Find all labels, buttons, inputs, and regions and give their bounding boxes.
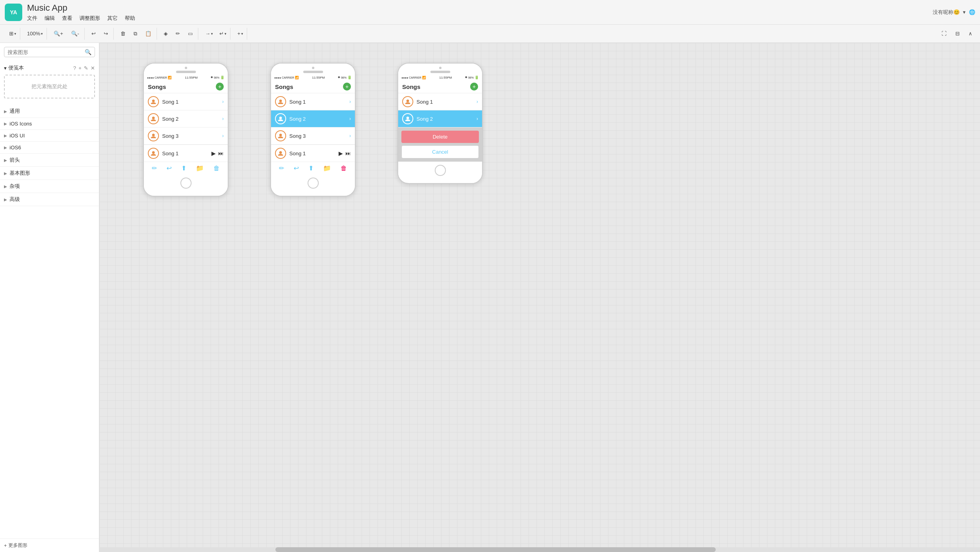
- share-icon-1[interactable]: ⬆: [181, 164, 186, 172]
- home-button-1[interactable]: [180, 178, 192, 189]
- sidebar-item-general[interactable]: ▶ 通用: [0, 105, 99, 118]
- wifi-icon-1: 📶: [168, 76, 172, 79]
- collapse-button[interactable]: ∧: [965, 28, 976, 40]
- song-name-3-1: Song 1: [416, 99, 473, 105]
- screen-title-3: Songs: [402, 83, 420, 90]
- edit-icon-1[interactable]: ✏: [152, 164, 157, 172]
- folder-icon-2[interactable]: 📁: [323, 164, 331, 172]
- share-icon-2[interactable]: ⬆: [308, 164, 314, 172]
- sidebar-item-ios-icons[interactable]: ▶ iOS Icons: [0, 118, 99, 130]
- panel-toggle-button[interactable]: ⊞ ▾: [6, 28, 18, 40]
- menu-arrange[interactable]: 调整图形: [79, 15, 100, 22]
- ff-button-1[interactable]: ⏭: [218, 150, 224, 156]
- undo-icon-2[interactable]: ↩: [294, 164, 299, 172]
- category-label-arrows: 箭头: [10, 156, 20, 164]
- sidebar-item-misc[interactable]: ▶ 杂项: [0, 180, 99, 193]
- song-row-2-3[interactable]: Song 3 ›: [271, 127, 355, 145]
- camera-2: [312, 67, 314, 69]
- song-row-2-2[interactable]: Song 2 ›: [271, 110, 355, 127]
- trash-icon-1[interactable]: 🗑: [213, 165, 220, 172]
- wifi-icon-3: 📶: [422, 76, 426, 79]
- play-button-2[interactable]: ▶: [339, 150, 343, 156]
- menu-edit[interactable]: 编辑: [45, 15, 55, 22]
- menu-file[interactable]: 文件: [27, 15, 37, 22]
- sidebar-item-arrows[interactable]: ▶ 箭头: [0, 154, 99, 167]
- status-left-1: ●●●● CARRIER 📶: [147, 76, 172, 79]
- undo-icon-1[interactable]: ↩: [167, 164, 172, 172]
- canvas[interactable]: ●●●● CARRIER 📶 11:55PM ✱ 98% 🔋 Songs +: [99, 43, 980, 552]
- song-row-1-3[interactable]: Song 3 ›: [144, 127, 228, 145]
- search-icon[interactable]: 🔍: [85, 49, 91, 55]
- stencil-header-icons: ? + ✎ ✕: [73, 65, 95, 71]
- song-row-1-2[interactable]: Song 2 ›: [144, 110, 228, 127]
- stencil-help-icon[interactable]: ?: [73, 65, 76, 71]
- fill-button[interactable]: ◈: [160, 28, 171, 40]
- category-label-basic-shapes: 基本图形: [10, 170, 30, 177]
- add-song-button-2[interactable]: +: [343, 83, 351, 91]
- trash-icon-2[interactable]: 🗑: [341, 165, 347, 172]
- paste-button[interactable]: 📋: [141, 28, 155, 40]
- sidebar-item-ios-ui[interactable]: ▶ iOS UI: [0, 130, 99, 142]
- menu-other[interactable]: 其它: [107, 15, 118, 22]
- dropdown-icon[interactable]: ▾: [963, 9, 966, 15]
- category-label-general: 通用: [10, 108, 20, 115]
- line-color-button[interactable]: ✏: [172, 28, 184, 40]
- menu-help[interactable]: 帮助: [125, 15, 135, 22]
- connector-button[interactable]: → ▾: [201, 28, 215, 40]
- waypoint-arrow: ▾: [225, 32, 227, 36]
- edit-icon-2[interactable]: ✏: [279, 164, 284, 172]
- song-row-3-2[interactable]: Song 2 ›: [398, 110, 482, 127]
- status-right-2: ✱ 98% 🔋: [338, 75, 352, 79]
- screen-title-2: Songs: [275, 83, 293, 90]
- canvas-scrollbar[interactable]: [99, 547, 980, 552]
- ff-button-2[interactable]: ⏭: [345, 150, 351, 156]
- search-input[interactable]: [8, 49, 85, 55]
- song-row-1-1[interactable]: Song 1 ›: [144, 93, 228, 110]
- play-button-1[interactable]: ▶: [211, 150, 216, 156]
- home-button-2[interactable]: [308, 178, 319, 189]
- song-row-3-1[interactable]: Song 1 ›: [398, 93, 482, 110]
- zoom-out-button[interactable]: 🔍-: [68, 28, 83, 40]
- cancel-button-3[interactable]: Cancel: [401, 145, 479, 158]
- stencil-add-icon[interactable]: +: [78, 65, 81, 71]
- status-right-1: ✱ 98% 🔋: [211, 75, 225, 79]
- chevron-2-3: ›: [349, 133, 351, 139]
- delete-button[interactable]: 🗑: [117, 28, 129, 40]
- fullscreen-button[interactable]: ⛶: [938, 28, 950, 40]
- stencil-close-icon[interactable]: ✕: [91, 65, 95, 71]
- zoom-in-button[interactable]: 🔍+: [50, 28, 67, 40]
- border-button[interactable]: ▭: [184, 28, 196, 40]
- folder-icon-1[interactable]: 📁: [196, 164, 204, 172]
- globe-icon[interactable]: 🌐: [969, 9, 975, 15]
- sidebar-item-basic-shapes[interactable]: ▶ 基本图形: [0, 167, 99, 180]
- drop-zone[interactable]: 把元素拖至此处: [4, 75, 95, 98]
- screen-header-2: Songs +: [271, 80, 355, 93]
- redo-button[interactable]: ↪: [100, 28, 112, 40]
- add-song-button-1[interactable]: +: [216, 83, 224, 91]
- zoom-selector[interactable]: 100% ▾: [23, 28, 45, 40]
- zoom-in-icon: 🔍+: [54, 31, 63, 37]
- more-shapes-button[interactable]: + 更多图形: [0, 538, 99, 552]
- svg-point-3: [152, 151, 155, 154]
- split-view-button[interactable]: ⊟: [952, 28, 963, 40]
- carrier-label-1: CARRIER: [155, 76, 167, 79]
- add-song-button-3[interactable]: +: [470, 83, 478, 91]
- insert-button[interactable]: + ▾: [234, 28, 245, 40]
- battery-icon-2: 🔋: [347, 75, 352, 79]
- sidebar-item-ios6[interactable]: ▶ iOS6: [0, 142, 99, 154]
- stencil-edit-icon[interactable]: ✎: [84, 65, 88, 71]
- scrollbar-thumb[interactable]: [275, 547, 716, 552]
- avatar-1-3: [148, 130, 159, 141]
- zoom-label: 100%: [27, 31, 40, 37]
- song-row-2-1[interactable]: Song 1 ›: [271, 93, 355, 110]
- sidebar-item-advanced[interactable]: ▶ 高级: [0, 193, 99, 206]
- delete-button-3[interactable]: Delete: [401, 131, 479, 143]
- now-playing-name-2: Song 1: [289, 151, 335, 156]
- menu-view[interactable]: 查看: [62, 15, 72, 22]
- undo-button[interactable]: ↩: [88, 28, 99, 40]
- sidebar-categories: ▶ 通用 ▶ iOS Icons ▶ iOS UI ▶ iOS6 ▶ 箭头 ▶ …: [0, 105, 99, 206]
- phone-screen-2: Songs + Song 1 › Song 2: [271, 80, 355, 174]
- home-button-3[interactable]: [435, 165, 446, 176]
- copy-button[interactable]: ⧉: [130, 28, 141, 40]
- waypoint-button[interactable]: ↵ ▾: [216, 28, 229, 40]
